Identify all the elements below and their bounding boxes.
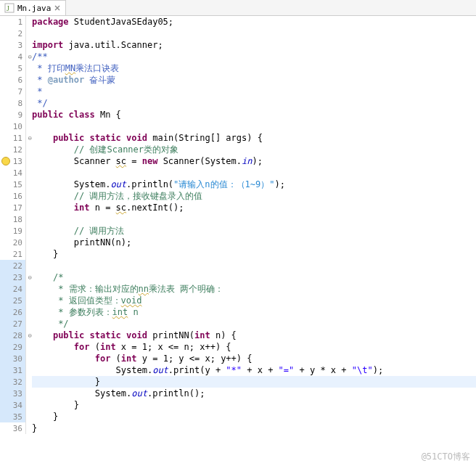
line-number: 36: [0, 422, 25, 434]
code-line: /*: [32, 271, 476, 283]
line-number: 6: [0, 74, 25, 86]
line-number: 9: [0, 109, 25, 120]
line-number: 14: [0, 167, 25, 179]
code-line: * 返回值类型：void: [32, 295, 476, 306]
line-number: 30: [0, 353, 25, 364]
code-editor[interactable]: 1 2 3 4 5 6 7 8 9 10 11 12 13 14 15 16 1…: [0, 16, 476, 434]
line-number: 28: [0, 330, 25, 341]
line-number: 4: [0, 51, 25, 62]
code-line: System.out.print(y + "*" + x + "=" + y *…: [32, 364, 476, 376]
line-number: 26: [0, 306, 25, 318]
editor-tab[interactable]: J Mn.java: [0, 0, 66, 15]
line-number: 19: [0, 225, 25, 237]
line-number: 25: [0, 295, 25, 306]
code-line: for (int x = 1; x <= n; x++) {: [32, 341, 476, 353]
code-line: printNN(n);: [32, 237, 476, 248]
code-line: */: [32, 97, 476, 109]
code-line: // 创建Scanner类的对象: [32, 144, 476, 155]
code-line: System.out.println();: [32, 388, 476, 399]
code-line: public static void printNN(int n) {: [32, 330, 476, 341]
line-number: 18: [0, 213, 25, 225]
code-line: [32, 213, 476, 225]
line-number: 3: [0, 39, 25, 51]
code-line: * @author 奋斗蒙: [32, 74, 476, 86]
java-file-icon: J: [4, 3, 15, 13]
code-line: System.out.println("请输入n的值：（1~9）");: [32, 179, 476, 190]
code-line: * 参数列表：int n: [32, 306, 476, 318]
line-number: 27: [0, 318, 25, 330]
code-line: import java.util.Scanner;: [32, 39, 476, 51]
code-line: }: [32, 399, 476, 411]
code-line: * 需求：输出对应的nn乘法表 两个明确：: [32, 283, 476, 295]
code-line: */: [32, 318, 476, 330]
line-gutter: 1 2 3 4 5 6 7 8 9 10 11 12 13 14 15 16 1…: [0, 16, 26, 434]
code-line: package StudentJavaSEday05;: [32, 16, 476, 28]
line-number: 1: [0, 16, 25, 28]
line-number: 22: [0, 260, 25, 271]
line-number: 31: [0, 364, 25, 376]
line-number: 16: [0, 190, 25, 202]
code-line: public static void main(String[] args) {: [32, 132, 476, 144]
line-number: 5: [0, 62, 25, 74]
code-line: }: [32, 411, 476, 422]
code-line: *: [32, 86, 476, 97]
line-number: 23: [0, 271, 25, 283]
tab-label: Mn.java: [17, 4, 51, 13]
svg-text:J: J: [7, 4, 9, 12]
code-line: * 打印MN乘法口诀表: [32, 62, 476, 74]
code-line-current: }: [32, 376, 476, 388]
code-line: Scanner sc = new Scanner(System.in);: [32, 155, 476, 167]
line-number: 11: [0, 132, 25, 144]
code-line: [32, 28, 476, 39]
line-number: 15: [0, 179, 25, 190]
code-line: for (int y = 1; y <= x; y++) {: [32, 353, 476, 364]
line-number: 34: [0, 399, 25, 411]
code-line: }: [32, 422, 476, 434]
line-number: 7: [0, 86, 25, 97]
code-line: // 调用方法: [32, 225, 476, 237]
code-line: [32, 120, 476, 132]
line-number: 8: [0, 97, 25, 109]
code-line: public class Mn {: [32, 109, 476, 120]
code-line: [32, 167, 476, 179]
line-number: 35: [0, 411, 25, 422]
code-line: int n = sc.nextInt();: [32, 202, 476, 213]
line-number: 17: [0, 202, 25, 213]
line-number: 32: [0, 376, 25, 388]
close-icon[interactable]: [54, 4, 61, 12]
tab-bar: J Mn.java: [0, 0, 476, 16]
line-number: 20: [0, 237, 25, 248]
code-line: /**: [32, 51, 476, 62]
line-number: 2: [0, 28, 25, 39]
warning-marker-icon[interactable]: 13: [0, 155, 25, 167]
line-number: 21: [0, 248, 25, 260]
code-line: // 调用方法，接收键盘录入的值: [32, 190, 476, 202]
code-line: [32, 260, 476, 271]
line-number: 24: [0, 283, 25, 295]
code-line: }: [32, 248, 476, 260]
line-number: 29: [0, 341, 25, 353]
code-area[interactable]: package StudentJavaSEday05; import java.…: [26, 16, 476, 434]
line-number: 10: [0, 120, 25, 132]
line-number: 12: [0, 144, 25, 155]
line-number: 33: [0, 388, 25, 399]
